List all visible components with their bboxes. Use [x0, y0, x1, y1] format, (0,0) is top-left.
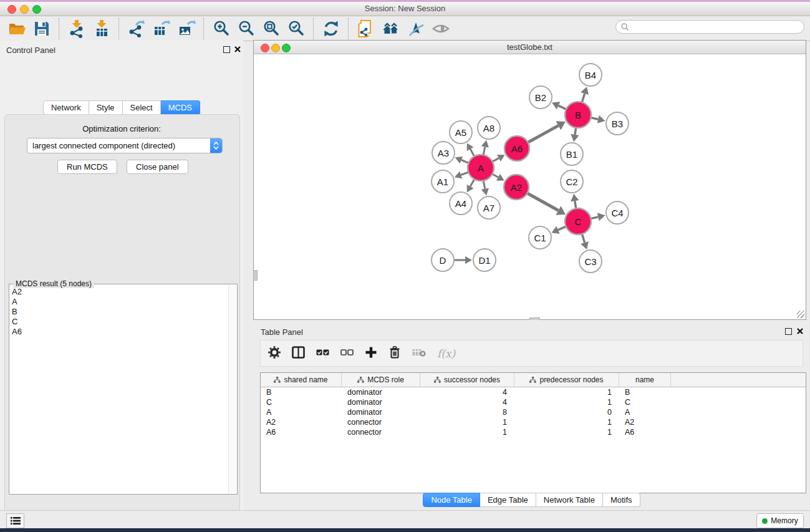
result-scrollbar[interactable]: [228, 285, 236, 493]
table-cell-mcds-role: connector: [342, 418, 420, 427]
result-list-item[interactable]: A6: [9, 327, 237, 337]
show-hide-graphics-icon[interactable]: [432, 19, 450, 38]
export-table-icon[interactable]: [152, 19, 171, 38]
mcds-result-list: A2ABCA6: [9, 284, 237, 337]
tab-node-table[interactable]: Node Table: [423, 493, 480, 507]
node-table: shared nameMCDS rolesuccessor nodesprede…: [260, 372, 806, 493]
session-title: Session: New Session: [0, 2, 810, 16]
search-input[interactable]: [629, 21, 804, 32]
column-header-predecessor-nodes[interactable]: predecessor nodes: [514, 373, 619, 387]
graph-node-label-A: A: [478, 163, 484, 173]
window-resize-grip[interactable]: [797, 311, 804, 318]
zoom-window-button[interactable]: [32, 5, 41, 14]
desktop-wallpaper-bottom: [0, 528, 810, 532]
zoom-fit-icon[interactable]: [262, 19, 281, 38]
style-brush-icon[interactable]: [407, 19, 425, 38]
canvas-vertical-scroll-nub[interactable]: [253, 270, 258, 281]
network-zoom-button[interactable]: [282, 44, 291, 52]
table-row[interactable]: A6connector11A6: [261, 427, 806, 437]
column-header-label: shared name: [284, 375, 327, 384]
main-titlebar[interactable]: Session: New Session: [0, 2, 810, 16]
network-from-selection-icon[interactable]: [357, 19, 375, 38]
memory-status-dot: [762, 518, 768, 524]
delete-column-icon[interactable]: [388, 346, 401, 361]
graph-edge-arrowhead: [571, 134, 579, 142]
close-panel-button[interactable]: Close panel: [127, 160, 188, 174]
column-header-shared-name[interactable]: shared name: [261, 373, 342, 387]
tab-network-table[interactable]: Network Table: [536, 493, 603, 507]
table-panel-title: Table Panel: [261, 327, 303, 337]
table-close-icon[interactable]: [796, 327, 804, 335]
import-network-icon[interactable]: [67, 19, 86, 38]
tab-motifs[interactable]: Motifs: [603, 493, 640, 507]
deselect-all-columns-icon[interactable]: [340, 346, 354, 361]
table-cell-name: A: [619, 408, 671, 417]
tab-network[interactable]: Network: [43, 100, 89, 115]
result-list-item[interactable]: B: [9, 307, 237, 317]
tab-mcds[interactable]: MCDS: [161, 100, 200, 115]
mcds-result-title: MCDS result (5 nodes): [13, 279, 94, 288]
graph-edge-A6-B[interactable]: [528, 125, 559, 142]
task-history-button[interactable]: [6, 513, 24, 528]
graph-edge-B-B4[interactable]: [582, 94, 585, 103]
run-mcds-button[interactable]: Run MCDS: [57, 160, 117, 174]
export-image-icon[interactable]: [177, 19, 196, 38]
table-row[interactable]: Cdominator41C: [261, 397, 806, 407]
export-network-icon[interactable]: [127, 19, 146, 38]
save-session-icon[interactable]: [32, 19, 51, 38]
float-panel-icon[interactable]: [223, 46, 230, 53]
graph-node-label-B2: B2: [535, 92, 546, 103]
result-list-item[interactable]: A2: [9, 287, 237, 297]
dropdown-selected-value: largest connected component (directed): [27, 141, 210, 150]
status-bar: Memory: [0, 510, 810, 529]
result-list-item[interactable]: A: [9, 297, 237, 307]
table-cell-mcds-role: dominator: [342, 408, 420, 417]
zoom-in-icon[interactable]: [212, 19, 231, 38]
zoom-out-icon[interactable]: [237, 19, 256, 38]
graph-edge-C-C3[interactable]: [582, 233, 585, 243]
result-list-item[interactable]: C: [9, 317, 237, 327]
apply-layout-icon[interactable]: [382, 19, 400, 38]
network-window-titlebar[interactable]: testGlobe.txt: [254, 41, 806, 54]
settings-gear-icon[interactable]: [268, 346, 281, 361]
dropdown-stepper: [210, 138, 222, 153]
tab-edge-table[interactable]: Edge Table: [480, 493, 536, 507]
tab-style[interactable]: Style: [89, 100, 123, 115]
network-canvas-svg[interactable]: AA1A2A3A4A5A6A7A8BB1B2B3B4CC1C2C3C4DD1: [254, 54, 806, 319]
select-all-columns-icon[interactable]: [316, 346, 329, 361]
table-row[interactable]: A2connector11A2: [261, 417, 806, 427]
minimize-window-button[interactable]: [20, 5, 29, 14]
close-panel-icon[interactable]: [234, 46, 241, 53]
column-selector-icon[interactable]: [292, 346, 305, 361]
table-cell-predecessor-nodes: 1: [514, 428, 619, 437]
delete-table-icon[interactable]: [412, 347, 426, 360]
close-window-button[interactable]: [7, 5, 16, 14]
chevron-up-icon: [213, 142, 219, 145]
zoom-selected-icon[interactable]: [287, 19, 306, 38]
open-file-icon[interactable]: [7, 19, 26, 38]
column-header-successor-nodes[interactable]: successor nodes: [420, 373, 514, 387]
network-close-button[interactable]: [261, 44, 269, 52]
column-header-label: predecessor nodes: [539, 375, 603, 384]
import-table-icon[interactable]: [92, 19, 111, 38]
function-builder-icon[interactable]: f(x): [437, 347, 455, 360]
graph-node-label-A6: A6: [511, 143, 523, 154]
network-minimize-button[interactable]: [271, 44, 280, 52]
column-header-mcds-role[interactable]: MCDS role: [342, 373, 420, 387]
search-field[interactable]: [615, 20, 804, 34]
memory-button[interactable]: Memory: [756, 513, 804, 528]
table-cell-predecessor-nodes: 1: [514, 398, 619, 407]
graph-edge-arrowhead: [597, 115, 605, 123]
table-cell-mcds-role: dominator: [342, 388, 420, 397]
optimization-criterion-dropdown[interactable]: largest connected component (directed): [27, 138, 223, 153]
table-row[interactable]: Adominator80A: [261, 407, 806, 417]
table-row[interactable]: Bdominator41B: [261, 387, 806, 397]
table-cell-name: B: [619, 388, 671, 397]
table-float-icon[interactable]: [785, 328, 792, 335]
tab-select[interactable]: Select: [123, 100, 161, 115]
column-header-label: name: [635, 375, 654, 384]
graph-edge-A2-C[interactable]: [527, 193, 559, 210]
refresh-icon[interactable]: [322, 19, 340, 38]
add-column-icon[interactable]: [365, 346, 377, 361]
column-header-name[interactable]: name: [619, 373, 671, 387]
